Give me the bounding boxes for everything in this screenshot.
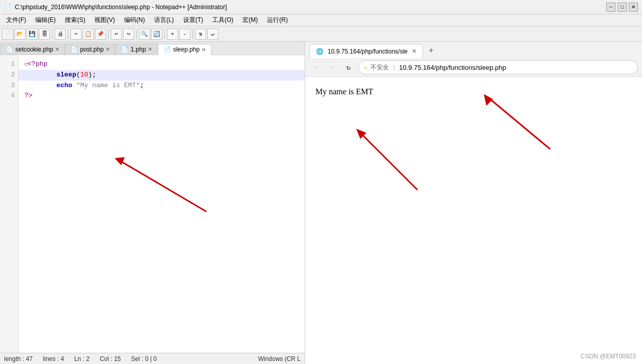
replace-btn[interactable]: 🔄 (151, 29, 162, 40)
tab-sleep-label: sleep.php (173, 46, 200, 53)
browser-tab-label: 10.9.75.164/php/functions/sle (328, 48, 408, 55)
tab-sleep-icon: 📄 (163, 46, 171, 53)
browser-back-button[interactable]: ← (309, 61, 323, 74)
browser-tab-close[interactable]: ✕ (412, 48, 416, 55)
sep2 (68, 29, 68, 39)
tab-sleep-close[interactable]: ✕ (202, 47, 206, 53)
cut-btn[interactable]: ✂ (70, 29, 82, 40)
save-btn[interactable]: 💾 (27, 29, 38, 40)
zoom-out-btn[interactable]: - (179, 29, 190, 40)
status-lines: lines : 4 (43, 355, 64, 362)
close-button[interactable]: ✕ (629, 3, 638, 12)
security-icon: ⚠ (364, 64, 367, 71)
tab-post-icon: 📄 (70, 46, 78, 53)
tab-post-close[interactable]: ✕ (106, 46, 110, 52)
tab-post-label: post.php (80, 46, 104, 53)
sleep-arg: 10 (80, 71, 88, 79)
title-bar-controls[interactable]: ─ □ ✕ (606, 3, 638, 12)
browser-topbar: 🌐 10.9.75.164/php/functions/sle ✕ + ← → … (305, 42, 642, 77)
menu-encoding[interactable]: 编码(N) (120, 15, 149, 25)
line-num-3: 3 (3, 81, 15, 91)
undo-btn[interactable]: ↩ (111, 29, 122, 40)
tab-setcookie[interactable]: 📄 setcookie.php ✕ (0, 43, 65, 55)
address-separator: | (392, 64, 396, 71)
main-area: 📄 setcookie.php ✕ 📄 post.php ✕ 📄 1.php ✕… (0, 42, 642, 364)
menu-search[interactable]: 搜索(S) (61, 15, 89, 25)
open-btn[interactable]: 📂 (14, 29, 26, 40)
menu-tools[interactable]: 工具(O) (208, 15, 237, 25)
sep3 (108, 29, 109, 39)
status-length: length : 47 (4, 355, 33, 362)
zoom-in-btn[interactable]: + (167, 29, 178, 40)
sep5 (164, 29, 165, 39)
find-btn[interactable]: 🔍 (139, 29, 150, 40)
browser-content: My name is EMT (305, 77, 642, 364)
copy-btn[interactable]: 📋 (83, 29, 94, 40)
tab-sleep[interactable]: 📄 sleep.php ✕ (158, 44, 211, 55)
code-editor[interactable]: 1 2 3 4 ⊟<?php sleep(10); echo "My name … (0, 55, 305, 353)
editor-tab-bar: 📄 setcookie.php ✕ 📄 post.php ✕ 📄 1.php ✕… (0, 42, 305, 55)
line-3: echo "My name is EMT"; (24, 82, 144, 89)
title-bar-left: 📄 C:\phpstudy_2016\WWW\php\functions\sle… (4, 4, 227, 11)
status-col: Col : 15 (100, 355, 120, 362)
browser-tab-globe-icon: 🌐 (316, 48, 324, 55)
menu-settings[interactable]: 设置(T) (179, 15, 207, 25)
address-input[interactable] (399, 64, 632, 71)
print-btn[interactable]: 🖨 (55, 29, 66, 40)
browser-content-wrapper: My name is EMT (305, 77, 642, 364)
browser-new-tab-button[interactable]: + (425, 45, 437, 57)
tab-setcookie-close[interactable]: ✕ (55, 46, 59, 52)
line-2-highlight: sleep(10); (18, 70, 305, 81)
security-label: 不安全 (371, 63, 389, 72)
toolbar: 📄 📂 💾 🗄 🖨 ✂ 📋 📌 ↩ ↪ 🔍 🔄 + - ⇅ ↵ (0, 27, 642, 42)
sync-btn[interactable]: ⇅ (195, 29, 206, 40)
menu-run[interactable]: 运行(R) (263, 15, 292, 25)
wrap-btn[interactable]: ↵ (207, 29, 218, 40)
maximize-button[interactable]: □ (618, 3, 627, 12)
save-all-btn[interactable]: 🗄 (39, 29, 50, 40)
tab-setcookie-icon: 📄 (6, 46, 13, 53)
line-1: ⊟<?php (24, 60, 47, 68)
redo-btn[interactable]: ↪ (123, 29, 134, 40)
browser-refresh-button[interactable]: ↻ (342, 61, 355, 74)
menu-view[interactable]: 视图(V) (90, 15, 119, 25)
tab-1php-close[interactable]: ✕ (148, 46, 152, 52)
status-bar: length : 47 lines : 4 Ln : 2 Col : 15 Se… (0, 353, 305, 364)
tab-1php-label: 1.php (131, 46, 146, 53)
browser-tab-active[interactable]: 🌐 10.9.75.164/php/functions/sle ✕ (309, 44, 423, 58)
sep4 (136, 29, 137, 39)
browser-page-text: My name is EMT (315, 87, 373, 96)
app-icon: 📄 (4, 4, 12, 11)
watermark: CSDN @EMT00923 (581, 353, 636, 360)
editor-overlay-container: 1 2 3 4 ⊟<?php sleep(10); echo "My name … (0, 55, 305, 353)
sep6 (192, 29, 193, 39)
line-4: ?> (24, 92, 33, 99)
title-bar: 📄 C:\phpstudy_2016\WWW\php\functions\sle… (0, 0, 642, 14)
echo-keyword: echo (56, 82, 72, 89)
tab-1php[interactable]: 📄 1.php ✕ (115, 43, 158, 55)
sep1 (52, 29, 53, 39)
line-num-4: 4 (3, 91, 15, 101)
menu-edit[interactable]: 编辑(E) (31, 15, 60, 25)
tab-1php-icon: 📄 (121, 46, 129, 53)
status-encoding: Windows (CR L (258, 355, 301, 362)
line-numbers: 1 2 3 4 (0, 55, 18, 353)
code-content[interactable]: ⊟<?php sleep(10); echo "My name is EMT";… (18, 55, 305, 353)
paste-btn[interactable]: 📌 (95, 29, 106, 40)
php-close-tag: ?> (24, 92, 33, 99)
line-num-2: 2 (3, 70, 15, 81)
menu-file[interactable]: 文件(F) (2, 15, 30, 25)
tab-post[interactable]: 📄 post.php ✕ (65, 43, 115, 55)
editor-panel: 📄 setcookie.php ✕ 📄 post.php ✕ 📄 1.php ✕… (0, 42, 305, 364)
sleep-keyword: sleep (56, 71, 76, 79)
tab-setcookie-label: setcookie.php (15, 46, 53, 53)
browser-forward-button[interactable]: → (326, 61, 339, 74)
new-btn[interactable]: 📄 (2, 29, 13, 40)
browser-panel: 🌐 10.9.75.164/php/functions/sle ✕ + ← → … (305, 42, 642, 364)
menu-macro[interactable]: 宏(M) (238, 15, 262, 25)
minimize-button[interactable]: ─ (606, 3, 615, 12)
status-sel: Sel : 0 | 0 (131, 355, 157, 362)
address-bar-wrap: ⚠ 不安全 | (358, 60, 638, 74)
php-open-tag: <?php (28, 60, 47, 68)
menu-language[interactable]: 语言(L) (150, 15, 178, 25)
